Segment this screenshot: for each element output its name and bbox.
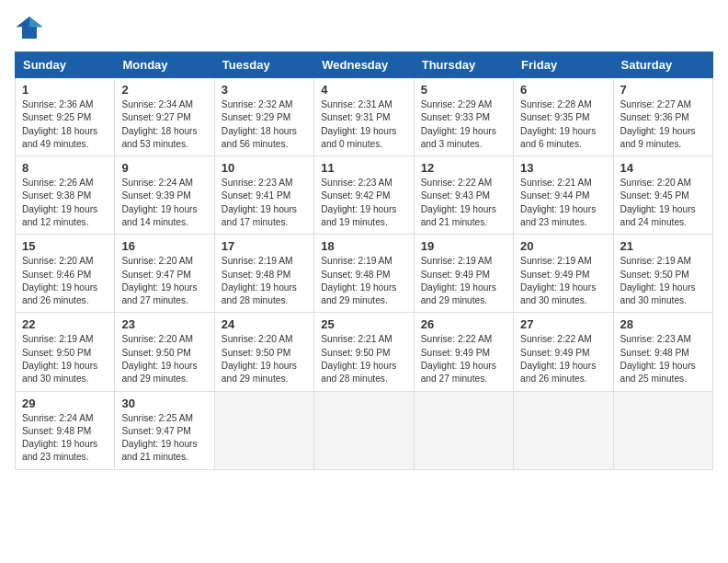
cell-content: Sunrise: 2:20 AM Sunset: 9:47 PM Dayligh…: [121, 255, 207, 307]
cell-content: Sunrise: 2:23 AM Sunset: 9:48 PM Dayligh…: [620, 333, 706, 385]
cell-content: Sunrise: 2:22 AM Sunset: 9:49 PM Dayligh…: [421, 333, 506, 385]
calendar-cell: 6Sunrise: 2:28 AM Sunset: 9:35 PM Daylig…: [514, 78, 613, 156]
day-number: 22: [22, 317, 108, 331]
calendar-cell: [514, 391, 613, 469]
day-number: 27: [520, 317, 606, 331]
day-number: 26: [421, 317, 506, 331]
calendar-cell: 12Sunrise: 2:22 AM Sunset: 9:43 PM Dayli…: [414, 156, 513, 235]
day-number: 23: [121, 317, 207, 331]
calendar-cell: 18Sunrise: 2:19 AM Sunset: 9:48 PM Dayli…: [314, 235, 414, 313]
calendar-week-row: 15Sunrise: 2:20 AM Sunset: 9:46 PM Dayli…: [16, 235, 713, 313]
day-number: 12: [421, 161, 506, 175]
day-number: 10: [222, 161, 307, 175]
page-header: [15, 15, 713, 40]
day-number: 24: [222, 317, 307, 331]
calendar-cell: 8Sunrise: 2:26 AM Sunset: 9:38 PM Daylig…: [16, 156, 115, 235]
weekday-header: Thursday: [414, 52, 513, 78]
day-number: 28: [620, 317, 706, 331]
calendar-cell: 26Sunrise: 2:22 AM Sunset: 9:49 PM Dayli…: [414, 313, 513, 391]
logo-icon: [15, 15, 44, 40]
cell-content: Sunrise: 2:19 AM Sunset: 9:49 PM Dayligh…: [520, 255, 606, 307]
cell-content: Sunrise: 2:22 AM Sunset: 9:43 PM Dayligh…: [421, 177, 506, 229]
calendar-cell: 9Sunrise: 2:24 AM Sunset: 9:39 PM Daylig…: [115, 156, 214, 235]
calendar-cell: 16Sunrise: 2:20 AM Sunset: 9:47 PM Dayli…: [115, 235, 214, 313]
calendar-body: 1Sunrise: 2:36 AM Sunset: 9:25 PM Daylig…: [16, 78, 713, 470]
calendar-cell: 3Sunrise: 2:32 AM Sunset: 9:29 PM Daylig…: [214, 78, 313, 156]
weekday-header-row: SundayMondayTuesdayWednesdayThursdayFrid…: [16, 52, 713, 78]
cell-content: Sunrise: 2:20 AM Sunset: 9:50 PM Dayligh…: [121, 333, 207, 385]
calendar-cell: 22Sunrise: 2:19 AM Sunset: 9:50 PM Dayli…: [16, 313, 115, 391]
day-number: 8: [22, 161, 108, 175]
weekday-header: Sunday: [16, 52, 115, 78]
cell-content: Sunrise: 2:34 AM Sunset: 9:27 PM Dayligh…: [121, 98, 207, 151]
day-number: 29: [22, 396, 108, 410]
day-number: 30: [121, 396, 207, 410]
calendar-cell: 28Sunrise: 2:23 AM Sunset: 9:48 PM Dayli…: [613, 313, 712, 391]
calendar-cell: 30Sunrise: 2:25 AM Sunset: 9:47 PM Dayli…: [115, 391, 214, 469]
calendar-cell: 21Sunrise: 2:19 AM Sunset: 9:50 PM Dayli…: [613, 235, 712, 313]
weekday-header: Tuesday: [214, 52, 313, 78]
cell-content: Sunrise: 2:21 AM Sunset: 9:44 PM Dayligh…: [520, 177, 606, 229]
cell-content: Sunrise: 2:20 AM Sunset: 9:46 PM Dayligh…: [22, 255, 108, 307]
day-number: 11: [321, 161, 406, 175]
cell-content: Sunrise: 2:21 AM Sunset: 9:50 PM Dayligh…: [321, 333, 406, 385]
calendar-cell: [414, 391, 513, 469]
calendar-cell: 17Sunrise: 2:19 AM Sunset: 9:48 PM Dayli…: [214, 235, 313, 313]
calendar-cell: 23Sunrise: 2:20 AM Sunset: 9:50 PM Dayli…: [115, 313, 214, 391]
weekday-header: Monday: [115, 52, 214, 78]
calendar-cell: [613, 391, 712, 469]
cell-content: Sunrise: 2:26 AM Sunset: 9:38 PM Dayligh…: [22, 177, 108, 229]
day-number: 14: [620, 161, 706, 175]
day-number: 2: [121, 83, 207, 97]
cell-content: Sunrise: 2:29 AM Sunset: 9:33 PM Dayligh…: [421, 98, 506, 151]
weekday-header: Wednesday: [314, 52, 414, 78]
calendar-week-row: 29Sunrise: 2:24 AM Sunset: 9:48 PM Dayli…: [16, 391, 713, 469]
cell-content: Sunrise: 2:36 AM Sunset: 9:25 PM Dayligh…: [22, 98, 108, 151]
weekday-header: Saturday: [613, 52, 712, 78]
svg-marker-1: [29, 17, 42, 27]
calendar-header: SundayMondayTuesdayWednesdayThursdayFrid…: [16, 52, 713, 78]
weekday-header: Friday: [514, 52, 613, 78]
calendar-cell: 20Sunrise: 2:19 AM Sunset: 9:49 PM Dayli…: [514, 235, 613, 313]
day-number: 16: [121, 239, 207, 253]
cell-content: Sunrise: 2:27 AM Sunset: 9:36 PM Dayligh…: [620, 98, 706, 151]
calendar-cell: 25Sunrise: 2:21 AM Sunset: 9:50 PM Dayli…: [314, 313, 414, 391]
calendar-cell: [214, 391, 313, 469]
cell-content: Sunrise: 2:19 AM Sunset: 9:49 PM Dayligh…: [421, 255, 506, 307]
calendar-week-row: 1Sunrise: 2:36 AM Sunset: 9:25 PM Daylig…: [16, 78, 713, 156]
day-number: 9: [121, 161, 207, 175]
day-number: 7: [620, 83, 706, 97]
calendar-cell: 2Sunrise: 2:34 AM Sunset: 9:27 PM Daylig…: [115, 78, 214, 156]
cell-content: Sunrise: 2:24 AM Sunset: 9:48 PM Dayligh…: [22, 412, 108, 465]
calendar-cell: [314, 391, 414, 469]
calendar-cell: 10Sunrise: 2:23 AM Sunset: 9:41 PM Dayli…: [214, 156, 313, 235]
cell-content: Sunrise: 2:23 AM Sunset: 9:41 PM Dayligh…: [222, 177, 307, 229]
calendar-cell: 1Sunrise: 2:36 AM Sunset: 9:25 PM Daylig…: [16, 78, 115, 156]
cell-content: Sunrise: 2:20 AM Sunset: 9:45 PM Dayligh…: [620, 177, 706, 229]
cell-content: Sunrise: 2:20 AM Sunset: 9:50 PM Dayligh…: [222, 333, 307, 385]
day-number: 20: [520, 239, 606, 253]
calendar-cell: 29Sunrise: 2:24 AM Sunset: 9:48 PM Dayli…: [16, 391, 115, 469]
calendar-cell: 4Sunrise: 2:31 AM Sunset: 9:31 PM Daylig…: [314, 78, 414, 156]
day-number: 19: [421, 239, 506, 253]
calendar-cell: 14Sunrise: 2:20 AM Sunset: 9:45 PM Dayli…: [613, 156, 712, 235]
day-number: 5: [421, 83, 506, 97]
day-number: 25: [321, 317, 406, 331]
calendar-cell: 11Sunrise: 2:23 AM Sunset: 9:42 PM Dayli…: [314, 156, 414, 235]
day-number: 17: [222, 239, 307, 253]
cell-content: Sunrise: 2:19 AM Sunset: 9:50 PM Dayligh…: [620, 255, 706, 307]
cell-content: Sunrise: 2:22 AM Sunset: 9:49 PM Dayligh…: [520, 333, 606, 385]
day-number: 13: [520, 161, 606, 175]
calendar-cell: 5Sunrise: 2:29 AM Sunset: 9:33 PM Daylig…: [414, 78, 513, 156]
cell-content: Sunrise: 2:28 AM Sunset: 9:35 PM Dayligh…: [520, 98, 606, 151]
calendar-cell: 19Sunrise: 2:19 AM Sunset: 9:49 PM Dayli…: [414, 235, 513, 313]
calendar-table: SundayMondayTuesdayWednesdayThursdayFrid…: [15, 52, 713, 470]
cell-content: Sunrise: 2:31 AM Sunset: 9:31 PM Dayligh…: [321, 98, 406, 151]
calendar-week-row: 22Sunrise: 2:19 AM Sunset: 9:50 PM Dayli…: [16, 313, 713, 391]
day-number: 6: [520, 83, 606, 97]
day-number: 3: [222, 83, 307, 97]
cell-content: Sunrise: 2:19 AM Sunset: 9:50 PM Dayligh…: [22, 333, 108, 385]
cell-content: Sunrise: 2:25 AM Sunset: 9:47 PM Dayligh…: [121, 412, 207, 465]
cell-content: Sunrise: 2:32 AM Sunset: 9:29 PM Dayligh…: [222, 98, 307, 151]
day-number: 4: [321, 83, 406, 97]
